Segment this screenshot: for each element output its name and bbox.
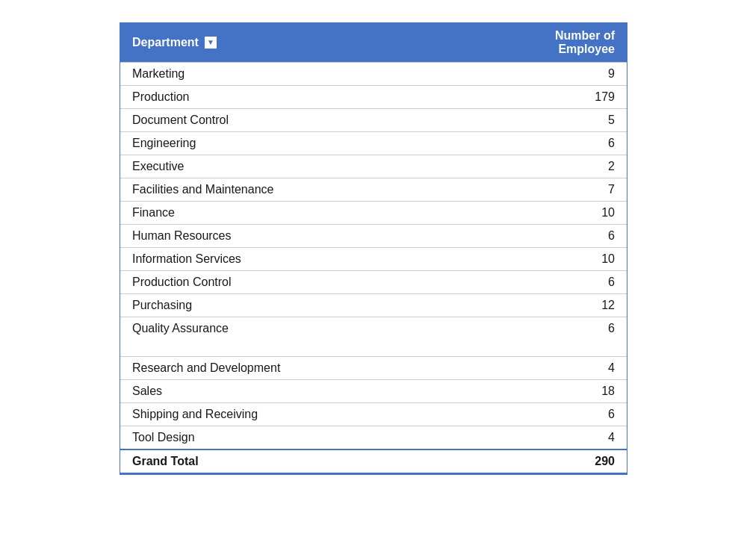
table-row: Tool Design 4 (120, 426, 627, 449)
dept-cell: Tool Design (120, 431, 507, 444)
dept-cell: Document Control (120, 113, 507, 127)
table-row: Executive 2 (120, 155, 627, 178)
table-row: Production 179 (120, 85, 627, 108)
count-cell: 6 (507, 137, 627, 150)
table-row: Sales 18 (120, 379, 627, 402)
table-row: Purchasing 12 (120, 293, 627, 317)
count-cell: 9 (507, 67, 627, 81)
table-row: Finance 10 (120, 201, 627, 224)
count-cell: 4 (507, 431, 627, 444)
pivot-table: Department ▼ Number of Employee Marketin… (120, 22, 627, 475)
dept-cell: Research and Development (120, 361, 507, 375)
count-cell: 7 (507, 183, 627, 196)
count-cell: 179 (507, 90, 627, 104)
dept-cell: Shipping and Receiving (120, 408, 507, 421)
table-row: Marketing 9 (120, 62, 627, 85)
dept-cell: Sales (120, 385, 507, 398)
count-cell: 10 (507, 206, 627, 220)
spacer-row (120, 340, 627, 356)
employee-count-column-header: Number of Employee (507, 29, 627, 56)
count-cell: 6 (507, 408, 627, 421)
dept-cell: Information Services (120, 252, 507, 266)
table-row: Quality Assurance 6 (120, 317, 627, 340)
table-header: Department ▼ Number of Employee (120, 23, 627, 62)
dept-cell: Production Control (120, 276, 507, 289)
table-body: Marketing 9 Production 179 Document Cont… (120, 62, 627, 449)
table-row: Facilities and Maintenance 7 (120, 178, 627, 201)
dept-cell: Production (120, 90, 507, 104)
dept-cell: Engineering (120, 137, 507, 150)
department-header-label: Department (132, 36, 199, 49)
table-row: Engineering 6 (120, 131, 627, 155)
count-cell: 10 (507, 252, 627, 266)
dept-cell: Purchasing (120, 299, 507, 312)
table-row: Information Services 10 (120, 247, 627, 270)
count-cell: 6 (507, 322, 627, 335)
count-cell: 6 (507, 229, 627, 243)
grand-total-row: Grand Total 290 (120, 449, 627, 474)
table-row: Human Resources 6 (120, 224, 627, 247)
department-column-header[interactable]: Department ▼ (120, 29, 507, 56)
dept-cell: Finance (120, 206, 507, 220)
table-row: Production Control 6 (120, 270, 627, 293)
dept-cell: Facilities and Maintenance (120, 183, 507, 196)
dept-cell: Executive (120, 160, 507, 173)
dept-cell: Marketing (120, 67, 507, 81)
grand-total-label: Grand Total (120, 455, 507, 468)
count-cell: 12 (507, 299, 627, 312)
count-cell: 2 (507, 160, 627, 173)
dept-cell: Human Resources (120, 229, 507, 243)
table-row: Shipping and Receiving 6 (120, 402, 627, 426)
table-row: Research and Development 4 (120, 356, 627, 379)
count-cell: 18 (507, 385, 627, 398)
employee-count-header-label: Number of Employee (507, 29, 615, 56)
count-cell: 5 (507, 113, 627, 127)
table-row: Document Control 5 (120, 108, 627, 131)
grand-total-count: 290 (507, 455, 627, 468)
count-cell: 4 (507, 361, 627, 375)
dept-cell: Quality Assurance (120, 322, 507, 335)
count-cell: 6 (507, 276, 627, 289)
filter-dropdown-icon[interactable]: ▼ (205, 37, 217, 49)
